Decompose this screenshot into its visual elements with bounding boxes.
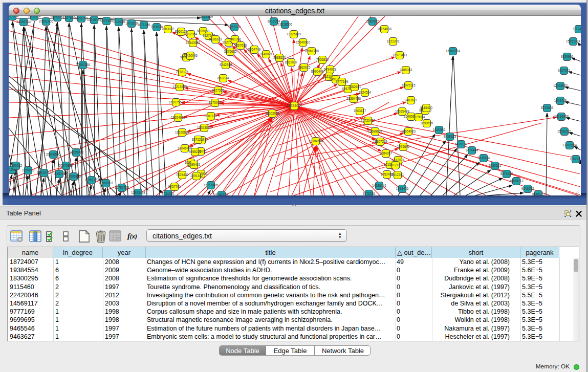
svg-text:8267130: 8267130 [205, 114, 217, 118]
svg-text:17016504: 17016504 [562, 143, 577, 147]
svg-text:18724007: 18724007 [286, 104, 302, 107]
svg-text:9498223: 9498223 [189, 150, 202, 154]
svg-text:9463627: 9463627 [405, 98, 418, 102]
svg-text:16107553: 16107553 [169, 100, 184, 104]
svg-text:5461392: 5461392 [229, 37, 242, 41]
svg-text:12975115: 12975115 [401, 83, 416, 87]
svg-text:8454749: 8454749 [248, 48, 261, 51]
svg-text:1588520: 1588520 [273, 56, 286, 59]
svg-text:24055714: 24055714 [16, 20, 31, 24]
svg-text:18807249: 18807249 [373, 140, 388, 143]
svg-text:1975692: 1975692 [397, 145, 410, 148]
svg-text:6479197: 6479197 [455, 142, 468, 146]
svg-text:1640952: 1640952 [433, 128, 446, 132]
svg-text:1671355: 1671355 [100, 19, 113, 23]
svg-text:9699695: 9699695 [421, 121, 433, 125]
svg-text:2512251: 2512251 [391, 173, 404, 177]
svg-text:8215955: 8215955 [541, 106, 554, 110]
svg-text:10025488: 10025488 [395, 110, 410, 113]
svg-text:1117404: 1117404 [573, 27, 581, 31]
svg-text:9746123: 9746123 [215, 193, 228, 195]
svg-text:7515526: 7515526 [113, 20, 125, 24]
svg-text:8990448: 8990448 [311, 70, 324, 73]
svg-text:10719185: 10719185 [87, 18, 102, 21]
svg-text:8427552: 8427552 [212, 89, 225, 92]
svg-text:1362615: 1362615 [298, 65, 311, 69]
svg-text:19654923: 19654923 [401, 129, 416, 133]
svg-text:16648764: 16648764 [446, 49, 461, 53]
svg-text:20975887: 20975887 [59, 164, 74, 167]
svg-text:15692921: 15692921 [557, 129, 572, 133]
svg-text:9777169: 9777169 [336, 80, 349, 83]
svg-text:17957273: 17957273 [84, 178, 99, 182]
svg-text:14136141: 14136141 [372, 184, 387, 187]
svg-text:12923448: 12923448 [131, 191, 146, 194]
svg-text:12353594: 12353594 [197, 126, 212, 129]
svg-text:13505115: 13505115 [67, 174, 81, 178]
svg-text:7632621: 7632621 [489, 164, 502, 167]
svg-text:1897504: 1897504 [9, 16, 19, 18]
svg-text:1221378: 1221378 [387, 39, 400, 43]
svg-text:1733426: 1733426 [396, 187, 409, 190]
svg-text:16154838: 16154838 [377, 27, 392, 31]
svg-text:9474444: 9474444 [466, 148, 478, 152]
svg-text:23420046: 23420046 [183, 54, 198, 57]
svg-text:2803144: 2803144 [217, 76, 230, 80]
svg-text:10958107: 10958107 [99, 181, 114, 185]
svg-text:10046798: 10046798 [178, 146, 192, 150]
svg-text:2087682: 2087682 [366, 19, 379, 23]
svg-text:8350612: 8350612 [10, 164, 23, 167]
svg-text:19166827: 19166827 [175, 130, 190, 134]
svg-text:9227341: 9227341 [558, 69, 571, 72]
svg-text:16782759: 16782759 [115, 186, 129, 189]
svg-text:1527602: 1527602 [63, 16, 76, 19]
svg-text:1979804: 1979804 [412, 115, 425, 119]
svg-text:15720407: 15720407 [361, 119, 376, 122]
svg-text:9245652: 9245652 [521, 187, 534, 190]
svg-text:9115460: 9115460 [420, 106, 433, 110]
svg-text:10973493: 10973493 [393, 53, 407, 57]
svg-text:10688609: 10688609 [368, 129, 383, 133]
svg-text:1099461: 1099461 [188, 163, 201, 166]
svg-text:1612123: 1612123 [389, 163, 402, 167]
svg-text:16033809: 16033809 [199, 16, 213, 18]
svg-text:7462661: 7462661 [349, 85, 361, 89]
svg-text:17359928: 17359928 [69, 150, 84, 154]
svg-text:12093832: 12093832 [553, 84, 568, 87]
svg-text:20206556: 20206556 [46, 152, 61, 156]
svg-text:9734561: 9734561 [162, 192, 175, 195]
svg-text:18302035: 18302035 [265, 112, 280, 115]
svg-text:16961758: 16961758 [304, 49, 319, 53]
svg-text:3824554: 3824554 [359, 91, 372, 94]
svg-text:7955812: 7955812 [316, 58, 329, 61]
svg-text:19384554: 19384554 [309, 139, 323, 143]
svg-text:1145193: 1145193 [53, 172, 66, 176]
svg-text:8186323: 8186323 [209, 37, 222, 41]
svg-text:2935114: 2935114 [477, 156, 490, 160]
svg-text:3875685: 3875685 [224, 50, 237, 53]
svg-text:13325419: 13325419 [287, 32, 301, 36]
svg-text:1691342: 1691342 [190, 174, 203, 178]
svg-text:2867608: 2867608 [234, 43, 247, 47]
svg-text:12213389: 12213389 [172, 85, 187, 89]
svg-text:20691406: 20691406 [39, 19, 54, 23]
svg-text:9084067: 9084067 [380, 151, 393, 155]
svg-text:6794028: 6794028 [324, 68, 337, 71]
svg-text:9245123: 9245123 [532, 192, 545, 195]
svg-text:9457791: 9457791 [168, 185, 181, 188]
svg-text:15751074: 15751074 [566, 39, 581, 43]
svg-text:21364436: 21364436 [346, 97, 361, 100]
svg-text:8471626: 8471626 [500, 172, 513, 176]
svg-text:1244418: 1244418 [554, 99, 567, 102]
svg-text:7663822: 7663822 [162, 27, 175, 31]
svg-text:16543382: 16543382 [186, 41, 201, 45]
svg-text:8912954: 8912954 [185, 32, 198, 36]
svg-text:10654112: 10654112 [509, 179, 524, 183]
svg-text:15640910: 15640910 [296, 40, 311, 44]
svg-text:7357224: 7357224 [228, 25, 241, 29]
svg-text:12942757: 12942757 [37, 171, 52, 174]
svg-text:9242848: 9242848 [220, 63, 232, 67]
svg-text:1071918: 1071918 [125, 21, 138, 25]
svg-text:1167533: 1167533 [570, 157, 581, 161]
svg-text:8170061: 8170061 [209, 101, 222, 104]
